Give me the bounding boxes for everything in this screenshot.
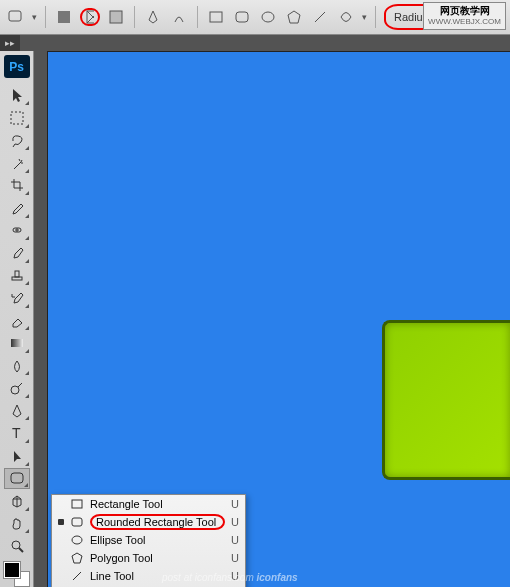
move-tool[interactable] [4,84,30,106]
svg-point-20 [12,541,20,549]
svg-line-21 [19,548,23,552]
healing-tool[interactable] [4,220,30,242]
svg-line-17 [18,383,22,387]
freeform-pen-icon[interactable] [169,8,189,26]
svg-rect-14 [12,277,22,280]
svg-point-16 [11,386,19,394]
flyout-item-polygon[interactable]: Polygon Tool U [52,549,245,567]
watermark-brand: iconfans [257,572,298,583]
svg-line-8 [315,12,325,22]
roundrect-icon [70,515,84,529]
wand-tool[interactable] [4,152,30,174]
3d-tool[interactable] [4,490,30,512]
line-icon [70,569,84,583]
marquee-tool[interactable] [4,107,30,129]
divider [375,6,376,28]
svg-rect-9 [11,112,23,124]
lasso-tool[interactable] [4,130,30,152]
shape-dropdown-icon[interactable]: ▾ [362,12,367,22]
svg-marker-7 [288,11,300,23]
divider [45,6,46,28]
pen-tool[interactable] [4,400,30,422]
svg-rect-19 [11,473,23,483]
flyout-item-rounded-rectangle[interactable]: Rounded Rectangle Tool U [52,513,245,531]
divider [134,6,135,28]
svg-rect-3 [110,11,122,23]
flyout-shortcut: U [231,498,239,510]
line-shape-icon[interactable] [310,8,330,26]
paths-mode-icon[interactable] [80,8,100,26]
svg-marker-25 [72,553,82,563]
svg-rect-23 [72,518,82,526]
polygon-shape-icon[interactable] [284,8,304,26]
flyout-label: Polygon Tool [90,552,225,564]
polygon-icon [70,551,84,565]
gradient-tool[interactable] [4,332,30,354]
site-watermark: 网页教学网 WWW.WEBJX.COM [423,2,506,30]
watermark-prefix: post at iconfans.com [162,572,257,583]
flyout-shortcut: U [231,534,239,546]
flyout-item-rectangle[interactable]: Rectangle Tool U [52,495,245,513]
eyedropper-tool[interactable] [4,197,30,219]
custom-shape-icon[interactable] [336,8,356,26]
roundrect-shape-icon[interactable] [232,8,252,26]
watermark-en: WWW.WEBJX.COM [428,16,501,27]
shape-layers-icon[interactable] [54,8,74,26]
svg-rect-13 [15,271,19,277]
svg-rect-15 [11,339,23,347]
green-rounded-rectangle [382,320,510,480]
history-brush-tool[interactable] [4,287,30,309]
fill-pixels-icon[interactable] [106,8,126,26]
svg-rect-1 [58,11,70,23]
svg-point-24 [72,536,82,544]
svg-text:T: T [12,426,21,440]
ellipse-shape-icon[interactable] [258,8,278,26]
svg-rect-22 [72,500,82,508]
shape-tool[interactable] [4,468,30,490]
rect-shape-icon[interactable] [206,8,226,26]
flyout-shortcut: U [231,552,239,564]
flyout-item-ellipse[interactable]: Ellipse Tool U [52,531,245,549]
path-select-tool[interactable] [4,445,30,467]
stamp-tool[interactable] [4,265,30,287]
ellipse-icon [70,533,84,547]
options-bar: ▾ ▾ Radius: 网页教学网 WWW.WEBJX.COM [0,0,510,35]
zoom-tool[interactable] [4,535,30,557]
rect-icon [70,497,84,511]
divider [197,6,198,28]
watermark-cn: 网页教学网 [428,5,501,16]
toolbox: Ps T [0,51,34,587]
flyout-label: Ellipse Tool [90,534,225,546]
svg-rect-4 [210,12,222,22]
active-dot-icon [58,519,64,525]
iconfans-watermark: post at iconfans.com iconfans [162,572,298,583]
svg-rect-5 [236,12,248,22]
foreground-color-swatch[interactable] [4,562,20,578]
svg-rect-0 [9,11,21,21]
color-swatches[interactable] [4,562,30,587]
blur-tool[interactable] [4,355,30,377]
dropdown-arrow-icon[interactable]: ▾ [32,12,37,22]
svg-line-26 [73,572,81,580]
dodge-tool[interactable] [4,377,30,399]
svg-point-6 [262,12,274,22]
ps-logo: Ps [4,55,30,78]
panel-collapse-icon[interactable]: ▸▸ [0,35,20,51]
type-tool[interactable]: T [4,422,30,444]
flyout-label: Rectangle Tool [90,498,225,510]
tool-preset-icon[interactable] [6,8,26,26]
crop-tool[interactable] [4,175,30,197]
brush-tool[interactable] [4,242,30,264]
pen-icon[interactable] [143,8,163,26]
eraser-tool[interactable] [4,310,30,332]
flyout-shortcut: U [231,516,239,528]
hand-tool[interactable] [4,513,30,535]
flyout-label: Rounded Rectangle Tool [90,514,225,530]
